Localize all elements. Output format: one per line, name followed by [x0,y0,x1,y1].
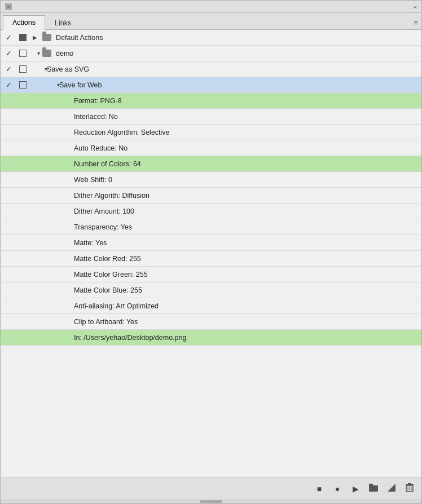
tab-actions[interactable]: Actions [3,15,45,30]
folder-icon [369,484,378,493]
stop-button[interactable]: ■ [314,484,324,494]
row-label: demo [41,50,73,58]
close-button[interactable]: × [5,3,12,10]
stop-icon: ■ [317,484,322,493]
collapse-button[interactable]: « [414,3,417,10]
delete-button[interactable] [405,484,415,494]
square-cell [16,65,29,73]
empty-square-icon [19,50,27,57]
panel-menu-button[interactable]: ≡ [414,18,418,29]
record-icon: ● [335,484,340,493]
tab-bar: Actions Links ≡ [1,13,421,30]
detail-row: Number of Colors: 64 [1,156,421,172]
detail-row: Anti-aliasing: Art Optimized [1,298,421,314]
detail-row: Reduction Algorithm: Selective [1,125,421,140]
scroll-thumb[interactable] [200,500,222,503]
check-cell: ✓ [1,49,16,58]
table-row[interactable]: ✓ ▶ Default Actions [1,30,421,46]
detail-row: Transparency: Yes [1,219,421,235]
table-row[interactable]: ✓ ▾ Save as SVG [1,61,421,77]
tab-links[interactable]: Links [45,16,81,30]
detail-row: Interlaced: No [1,109,421,125]
detail-row: Auto Reduce: No [1,140,421,156]
check-cell: ✓ [1,65,16,73]
square-cell [16,34,29,41]
check-cell: ✓ [1,81,16,89]
new-action-icon [388,484,395,493]
svg-marker-2 [388,484,395,492]
detail-row: Matte Color Green: 255 [1,267,421,282]
scroll-indicator [1,499,421,503]
table-row[interactable]: ✓ ▾ demo [1,46,421,61]
actions-list[interactable]: ✓ ▶ Default Actions ✓ ▾ demo ✓ [1,30,421,478]
empty-square-icon [19,65,27,73]
close-icon: × [7,4,10,10]
svg-rect-4 [406,484,414,485]
expand-arrow[interactable]: ▾ [29,82,58,88]
play-button[interactable]: ▶ [350,484,361,494]
svg-rect-1 [369,484,373,486]
expand-arrow[interactable]: ▾ [29,50,41,56]
play-icon: ▶ [353,484,359,493]
row-label: Default Actions [41,34,103,42]
delete-icon [406,483,414,494]
expand-arrow[interactable]: ▾ [29,66,46,72]
detail-row: In: /Users/yehao/Desktop/demo.png [1,330,421,346]
expand-arrow[interactable]: ▶ [29,34,41,41]
empty-square-icon [19,81,27,89]
new-action-button[interactable] [386,484,397,494]
detail-row: Matte Color Blue: 255 [1,282,421,298]
row-label: Save for Web [58,81,102,89]
check-cell: ✓ [1,33,16,42]
square-cell [16,50,29,57]
bottom-toolbar: ■ ● ▶ [1,478,421,499]
detail-rows: Format: PNG-8 Interlaced: No Reduction A… [1,93,421,346]
detail-row: Matte Color Red: 255 [1,251,421,267]
detail-row: Clip to Artboard: Yes [1,314,421,330]
row-label: Save as SVG [46,65,89,73]
folder-button[interactable] [368,484,379,494]
square-cell [16,81,29,89]
svg-rect-5 [408,483,411,484]
record-button[interactable]: ● [332,484,342,494]
filled-square-icon [19,34,27,41]
table-row[interactable]: ✓ ▾ Save for Web [1,77,421,93]
detail-row: Dither Algorith: Diffusion [1,188,421,204]
detail-row: Dither Amount: 100 [1,204,421,219]
detail-row: Web Shift: 0 [1,172,421,188]
folder-icon [42,50,51,57]
detail-row: Format: PNG-8 [1,93,421,109]
actions-panel: × « Actions Links ≡ ✓ ▶ Defau [0,0,422,504]
svg-rect-0 [369,485,378,492]
folder-icon [42,34,51,41]
detail-row: Matte: Yes [1,235,421,251]
title-bar: × « [1,1,421,13]
